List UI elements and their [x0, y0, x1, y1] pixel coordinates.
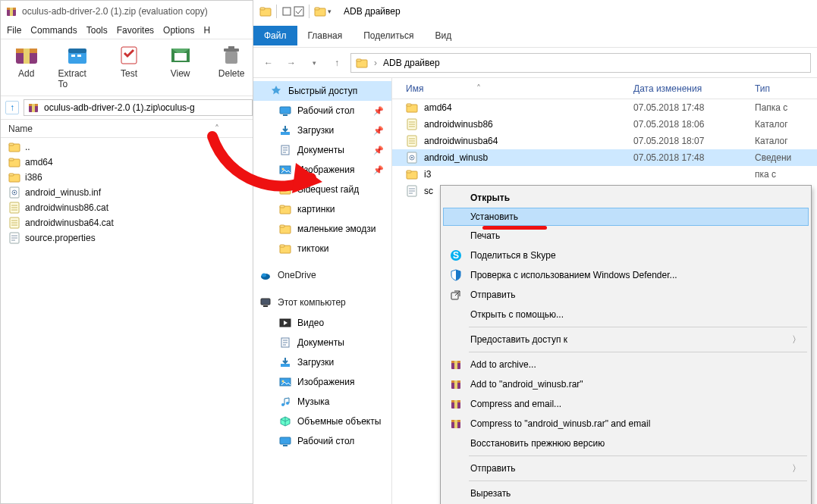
music-icon [279, 396, 291, 408]
navtree-item[interactable]: Загрузки [253, 352, 391, 372]
navtree-item[interactable]: Sidequest гайд [253, 180, 391, 199]
navtree-label: Sidequest гайд [297, 184, 359, 195]
up-button[interactable]: ↑ [5, 101, 19, 114]
navtree-onedrive[interactable]: OneDrive [253, 265, 391, 286]
navtree-item[interactable]: Документы [253, 333, 391, 352]
context-menu-item[interactable]: Печать [443, 226, 809, 246]
file-name: amd64 [25, 157, 53, 167]
table-row[interactable]: androidwinusb8607.05.2018 18:06Каталог [392, 116, 817, 133]
delete-button[interactable]: Delete [212, 44, 251, 89]
context-menu-item[interactable]: Предоставить доступ к〉 [443, 330, 809, 349]
qat-dropdown-icon[interactable]: ▾ [328, 8, 332, 15]
menu-help[interactable]: H [203, 25, 210, 36]
sort-indicator-icon: ˄ [215, 124, 219, 134]
navtree-this-pc[interactable]: Этот компьютер [253, 292, 391, 313]
svg-rect-36 [224, 49, 239, 52]
winrar-path-field[interactable]: oculus-adb-driver-2.0 (1).zip\oculus-g [24, 99, 253, 116]
context-menu-item[interactable]: Восстановить прежнюю версию [443, 434, 809, 453]
context-menu-item[interactable]: Compress to "android_winusb.rar" and ema… [443, 414, 809, 434]
navtree-item[interactable]: маленькие эмодзи [253, 219, 391, 239]
file-name: android_winusb.inf [25, 187, 101, 198]
nav-up-button[interactable]: ↑ [328, 54, 346, 72]
tab-view[interactable]: Вид [424, 26, 462, 45]
navtree-item[interactable]: Видео [253, 313, 391, 333]
star-icon [270, 85, 282, 97]
winrar-list-header[interactable]: Name ˄ [1, 120, 257, 138]
address-bar[interactable]: › ADB драйвер [350, 53, 811, 73]
menu-favorites[interactable]: Favorites [117, 25, 154, 36]
header-name[interactable]: Имя˄ [400, 83, 627, 94]
tab-share[interactable]: Поделиться [353, 26, 424, 45]
menu-commands[interactable]: Commands [30, 25, 77, 36]
list-item[interactable]: i386 [1, 170, 257, 185]
navtree-item[interactable]: Объемные объекты [253, 412, 391, 431]
winrar-titlebar[interactable]: oculus-adb-driver-2.0 (1).zip (evaluatio… [1, 1, 257, 22]
nav-history-dropdown[interactable]: ▾ [305, 54, 323, 72]
view-button[interactable]: View [161, 44, 200, 89]
list-item[interactable]: source.properties [1, 230, 257, 246]
list-item[interactable]: android_winusb.inf [1, 185, 257, 200]
context-menu-item[interactable]: Установить [443, 208, 809, 226]
navtree-item[interactable]: Документы📌 [253, 140, 391, 160]
folder-icon [8, 171, 20, 183]
list-item[interactable]: androidwinusb86.cat [1, 200, 257, 215]
breadcrumb[interactable]: ADB драйвер [383, 58, 440, 68]
file-date: 07.05.2018 18:06 [627, 119, 749, 130]
file-list-header: Имя˄ Дата изменения Тип [392, 78, 817, 99]
table-row[interactable]: i3пка с [392, 166, 817, 183]
properties-icon[interactable] [281, 6, 292, 17]
pin-icon: 📌 [373, 126, 384, 136]
context-menu-item[interactable]: Проверка с использованием Windows Defend… [443, 265, 809, 285]
explorer-titlebar[interactable]: ▾ ADB драйвер [253, 0, 817, 23]
list-item[interactable]: amd64 [1, 155, 257, 170]
context-menu-item[interactable]: Открыть [443, 188, 809, 208]
list-item[interactable]: .. [1, 139, 257, 155]
context-menu-item[interactable]: Вырезать [443, 484, 809, 503]
nav-back-button[interactable]: ← [259, 54, 278, 72]
context-menu-item[interactable]: Отправить〉 [443, 459, 809, 478]
tab-home[interactable]: Главная [297, 26, 354, 45]
menu-file[interactable]: File [7, 25, 21, 36]
header-type[interactable]: Тип [749, 83, 817, 94]
context-menu-item[interactable]: Поделиться в Skype [443, 246, 809, 265]
menu-tools[interactable]: Tools [86, 25, 108, 36]
svg-rect-29 [68, 52, 86, 64]
table-row[interactable]: androidwinusba6407.05.2018 18:07Каталог [392, 133, 817, 149]
context-menu: ОткрытьУстановитьПечатьПоделиться в Skyp… [440, 185, 812, 504]
navtree-item[interactable]: Рабочий стол [253, 431, 391, 451]
test-button[interactable]: Test [109, 44, 149, 89]
list-item[interactable]: androidwinusba64.cat [1, 215, 257, 230]
context-menu-item[interactable]: Add to archive... [443, 355, 809, 374]
file-name: androidwinusba64.cat [25, 218, 114, 228]
navtree-label: Музыка [297, 396, 329, 407]
file-date: 07.05.2018 18:07 [627, 136, 749, 146]
context-menu-item[interactable]: Add to "android_winusb.rar" [443, 374, 809, 394]
navtree-label: маленькие эмодзи [297, 224, 376, 234]
navtree-item[interactable]: картинки [253, 199, 391, 219]
folder-icon [406, 168, 418, 180]
svg-rect-35 [225, 52, 237, 64]
cat-icon [8, 217, 20, 229]
add-button[interactable]: Add [7, 44, 46, 89]
navtree-quick-access[interactable]: Быстрый доступ [253, 81, 391, 101]
extract-button[interactable]: Extract To [58, 44, 98, 89]
header-date[interactable]: Дата изменения [627, 83, 749, 94]
table-row[interactable]: amd6407.05.2018 17:48Папка с [392, 99, 817, 116]
navtree-item[interactable]: Изображения [253, 372, 391, 392]
navtree-item[interactable]: Изображения📌 [253, 160, 391, 180]
tab-file[interactable]: Файл [253, 26, 297, 45]
table-row[interactable]: android_winusb07.05.2018 17:48Сведени [392, 149, 817, 166]
explorer-title: ADB драйвер [344, 6, 401, 17]
navtree-item[interactable]: Музыка [253, 392, 391, 412]
winrar-window: oculus-adb-driver-2.0 (1).zip (evaluatio… [0, 0, 258, 504]
navtree-item[interactable]: Рабочий стол📌 [253, 101, 391, 121]
checkbox-icon[interactable] [294, 6, 304, 17]
defender-icon [449, 268, 463, 282]
context-menu-item[interactable]: Compress and email... [443, 394, 809, 414]
context-menu-item[interactable]: Открыть с помощью... [443, 305, 809, 324]
nav-forward-button[interactable]: → [282, 54, 300, 72]
context-menu-item[interactable]: Отправить [443, 285, 809, 305]
menu-options[interactable]: Options [163, 25, 194, 36]
navtree-item[interactable]: Загрузки📌 [253, 121, 391, 140]
navtree-item[interactable]: тиктоки [253, 239, 391, 258]
